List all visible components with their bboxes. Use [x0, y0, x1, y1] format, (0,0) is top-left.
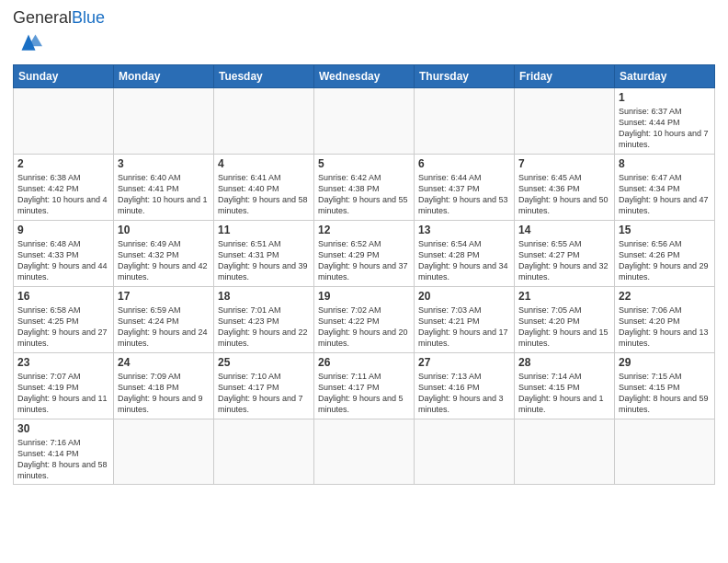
calendar-cell — [314, 87, 415, 154]
day-info: Sunrise: 6:44 AMSunset: 4:37 PMDaylight:… — [418, 172, 510, 217]
day-info: Sunrise: 6:47 AMSunset: 4:34 PMDaylight:… — [619, 172, 711, 217]
calendar-cell: 1Sunrise: 6:37 AMSunset: 4:44 PMDaylight… — [615, 87, 715, 154]
day-info: Sunrise: 6:41 AMSunset: 4:40 PMDaylight:… — [218, 172, 310, 217]
calendar-body: 1Sunrise: 6:37 AMSunset: 4:44 PMDaylight… — [14, 87, 715, 485]
calendar-cell — [415, 87, 515, 154]
calendar-week-1: 1Sunrise: 6:37 AMSunset: 4:44 PMDaylight… — [14, 87, 715, 154]
day-info: Sunrise: 7:13 AMSunset: 4:16 PMDaylight:… — [418, 371, 510, 416]
day-number: 12 — [318, 224, 410, 236]
calendar-cell — [515, 87, 615, 154]
day-number: 13 — [418, 224, 510, 236]
calendar-cell: 7Sunrise: 6:45 AMSunset: 4:36 PMDaylight… — [515, 154, 615, 220]
calendar-cell — [214, 419, 314, 485]
logo-area: GeneralBlue — [13, 9, 105, 59]
day-number: 14 — [518, 224, 610, 236]
day-info: Sunrise: 6:38 AMSunset: 4:42 PMDaylight:… — [17, 172, 109, 217]
weekday-header-row: SundayMondayTuesdayWednesdayThursdayFrid… — [14, 64, 715, 87]
weekday-header-sunday: Sunday — [14, 64, 114, 87]
calendar-cell: 5Sunrise: 6:42 AMSunset: 4:38 PMDaylight… — [314, 154, 415, 220]
day-info: Sunrise: 7:05 AMSunset: 4:20 PMDaylight:… — [518, 304, 610, 350]
day-info: Sunrise: 7:01 AMSunset: 4:23 PMDaylight:… — [218, 304, 310, 350]
calendar-cell: 9Sunrise: 6:48 AMSunset: 4:33 PMDaylight… — [14, 220, 114, 286]
day-number: 6 — [418, 157, 510, 170]
day-info: Sunrise: 7:02 AMSunset: 4:22 PMDaylight:… — [318, 304, 410, 350]
calendar-cell: 30Sunrise: 7:16 AMSunset: 4:14 PMDayligh… — [14, 419, 114, 485]
day-info: Sunrise: 7:09 AMSunset: 4:18 PMDaylight:… — [118, 371, 210, 416]
calendar-cell: 3Sunrise: 6:40 AMSunset: 4:41 PMDaylight… — [114, 154, 214, 220]
calendar-cell: 10Sunrise: 6:49 AMSunset: 4:32 PMDayligh… — [114, 220, 214, 286]
day-number: 15 — [619, 224, 711, 236]
calendar-cell: 20Sunrise: 7:03 AMSunset: 4:21 PMDayligh… — [415, 286, 515, 352]
day-number: 30 — [17, 422, 109, 435]
calendar-week-2: 2Sunrise: 6:38 AMSunset: 4:42 PMDaylight… — [14, 154, 715, 220]
calendar-cell — [415, 419, 515, 485]
calendar-cell: 12Sunrise: 6:52 AMSunset: 4:29 PMDayligh… — [314, 220, 415, 286]
weekday-header-saturday: Saturday — [615, 64, 715, 87]
day-info: Sunrise: 6:54 AMSunset: 4:28 PMDaylight:… — [418, 238, 510, 283]
calendar-week-4: 16Sunrise: 6:58 AMSunset: 4:25 PMDayligh… — [14, 286, 715, 352]
day-number: 16 — [17, 290, 109, 303]
calendar-table: SundayMondayTuesdayWednesdayThursdayFrid… — [13, 64, 715, 486]
day-number: 24 — [118, 356, 210, 369]
day-number: 2 — [17, 157, 109, 170]
day-info: Sunrise: 6:48 AMSunset: 4:33 PMDaylight:… — [17, 238, 109, 283]
day-number: 27 — [418, 356, 510, 369]
day-number: 9 — [17, 224, 109, 236]
calendar-cell: 6Sunrise: 6:44 AMSunset: 4:37 PMDaylight… — [415, 154, 515, 220]
calendar-cell: 23Sunrise: 7:07 AMSunset: 4:19 PMDayligh… — [14, 352, 114, 419]
calendar-week-3: 9Sunrise: 6:48 AMSunset: 4:33 PMDaylight… — [14, 220, 715, 286]
calendar-cell — [615, 419, 715, 485]
day-number: 19 — [318, 290, 410, 303]
calendar-cell: 11Sunrise: 6:51 AMSunset: 4:31 PMDayligh… — [214, 220, 314, 286]
day-info: Sunrise: 7:10 AMSunset: 4:17 PMDaylight:… — [218, 371, 310, 416]
day-info: Sunrise: 6:52 AMSunset: 4:29 PMDaylight:… — [318, 238, 410, 283]
day-info: Sunrise: 6:56 AMSunset: 4:26 PMDaylight:… — [619, 238, 711, 283]
day-info: Sunrise: 7:11 AMSunset: 4:17 PMDaylight:… — [318, 371, 410, 416]
calendar-cell — [114, 419, 214, 485]
header: GeneralBlue — [13, 9, 715, 59]
logo-general: General — [13, 8, 72, 27]
calendar-cell — [114, 87, 214, 154]
day-info: Sunrise: 6:49 AMSunset: 4:32 PMDaylight:… — [118, 238, 210, 283]
calendar-cell: 16Sunrise: 6:58 AMSunset: 4:25 PMDayligh… — [14, 286, 114, 352]
calendar-header: SundayMondayTuesdayWednesdayThursdayFrid… — [14, 64, 715, 87]
day-number: 25 — [218, 356, 310, 369]
calendar-cell: 17Sunrise: 6:59 AMSunset: 4:24 PMDayligh… — [114, 286, 214, 352]
calendar-cell — [214, 87, 314, 154]
calendar-cell — [14, 87, 114, 154]
day-number: 17 — [118, 290, 210, 303]
day-number: 23 — [17, 356, 109, 369]
calendar-cell: 27Sunrise: 7:13 AMSunset: 4:16 PMDayligh… — [415, 352, 515, 419]
day-number: 7 — [518, 157, 610, 170]
day-info: Sunrise: 6:37 AMSunset: 4:44 PMDaylight:… — [619, 106, 711, 151]
calendar-cell: 8Sunrise: 6:47 AMSunset: 4:34 PMDaylight… — [615, 154, 715, 220]
day-info: Sunrise: 7:06 AMSunset: 4:20 PMDaylight:… — [619, 304, 711, 350]
day-info: Sunrise: 6:55 AMSunset: 4:27 PMDaylight:… — [518, 238, 610, 283]
weekday-header-friday: Friday — [515, 64, 615, 87]
calendar-cell — [314, 419, 415, 485]
weekday-header-tuesday: Tuesday — [214, 64, 314, 87]
day-number: 11 — [218, 224, 310, 236]
day-number: 3 — [118, 157, 210, 170]
logo-icon — [15, 28, 42, 55]
day-number: 10 — [118, 224, 210, 236]
day-number: 1 — [619, 91, 711, 104]
day-info: Sunrise: 7:15 AMSunset: 4:15 PMDaylight:… — [619, 371, 711, 416]
calendar-week-6: 30Sunrise: 7:16 AMSunset: 4:14 PMDayligh… — [14, 419, 715, 485]
calendar-cell: 2Sunrise: 6:38 AMSunset: 4:42 PMDaylight… — [14, 154, 114, 220]
calendar-cell: 15Sunrise: 6:56 AMSunset: 4:26 PMDayligh… — [615, 220, 715, 286]
calendar-cell: 14Sunrise: 6:55 AMSunset: 4:27 PMDayligh… — [515, 220, 615, 286]
logo: GeneralBlue — [13, 9, 105, 59]
calendar-cell: 28Sunrise: 7:14 AMSunset: 4:15 PMDayligh… — [515, 352, 615, 419]
day-info: Sunrise: 7:16 AMSunset: 4:14 PMDaylight:… — [17, 437, 109, 482]
day-info: Sunrise: 6:45 AMSunset: 4:36 PMDaylight:… — [518, 172, 610, 217]
day-info: Sunrise: 6:58 AMSunset: 4:25 PMDaylight:… — [17, 304, 109, 350]
calendar-cell — [515, 419, 615, 485]
day-info: Sunrise: 7:14 AMSunset: 4:15 PMDaylight:… — [518, 371, 610, 416]
day-number: 21 — [518, 290, 610, 303]
weekday-header-monday: Monday — [114, 64, 214, 87]
calendar-cell: 21Sunrise: 7:05 AMSunset: 4:20 PMDayligh… — [515, 286, 615, 352]
day-info: Sunrise: 7:03 AMSunset: 4:21 PMDaylight:… — [418, 304, 510, 350]
day-info: Sunrise: 6:42 AMSunset: 4:38 PMDaylight:… — [318, 172, 410, 217]
weekday-header-thursday: Thursday — [415, 64, 515, 87]
